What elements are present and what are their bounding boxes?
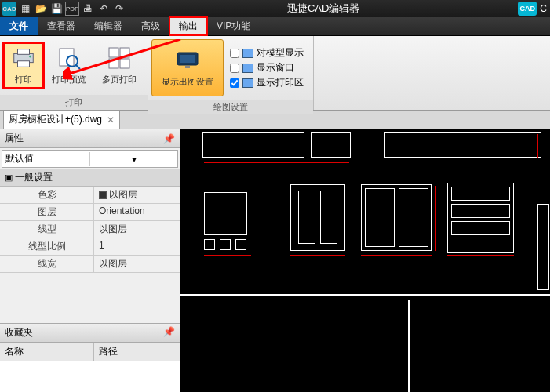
print-button[interactable]: 打印 bbox=[3, 42, 44, 89]
title-bar: CAD ▦ 📂 💾 PDF 🖶 ↶ ↷ 迅捷CAD编辑器 CAD C bbox=[0, 0, 550, 17]
check-area[interactable]: 显示打印区 bbox=[230, 76, 304, 89]
property-row[interactable]: 线宽以图层 bbox=[0, 256, 180, 273]
brand-suffix: C bbox=[540, 3, 547, 14]
new-icon[interactable]: ▦ bbox=[18, 2, 32, 16]
fav-col-name[interactable]: 名称 bbox=[0, 343, 94, 361]
default-selector[interactable]: 默认值 ▾ bbox=[2, 150, 178, 168]
favorites-header: 收藏夹 📌 bbox=[0, 323, 180, 343]
document-tab[interactable]: 厨房橱柜设计+(5).dwg ✕ bbox=[3, 110, 120, 129]
property-key: 线宽 bbox=[0, 256, 94, 272]
svg-point-3 bbox=[29, 56, 31, 58]
menu-output[interactable]: 输出 bbox=[169, 17, 207, 35]
display-settings-button[interactable]: 显示出图设置 bbox=[151, 39, 224, 96]
prop-section-general[interactable]: ▣ 一般设置 bbox=[0, 169, 180, 187]
print-preview-label: 打印预览 bbox=[52, 74, 86, 85]
area-mini-icon bbox=[242, 78, 253, 88]
property-key: 线型 bbox=[0, 221, 94, 238]
ribbon: 打印 打印预览 多页打印 打印 显示出图设置 bbox=[0, 36, 550, 111]
check-model[interactable]: 对模型显示 bbox=[230, 46, 304, 60]
left-panel: 属性 📌 默认值 ▾ ▣ 一般设置 色彩以图层图层Orientation线型以图… bbox=[0, 129, 180, 392]
favorites-list bbox=[0, 361, 180, 393]
app-icon: CAD bbox=[2, 2, 16, 16]
pdf-icon[interactable]: PDF bbox=[65, 2, 79, 16]
workspace: 属性 📌 默认值 ▾ ▣ 一般设置 色彩以图层图层Orientation线型以图… bbox=[0, 129, 550, 392]
svg-rect-1 bbox=[17, 49, 29, 55]
app-title: 迅捷CAD编辑器 bbox=[129, 2, 518, 16]
print-label: 打印 bbox=[15, 74, 32, 85]
svg-rect-7 bbox=[109, 48, 118, 57]
model-mini-icon bbox=[242, 49, 253, 58]
window-mini-icon bbox=[242, 64, 253, 73]
menu-advanced[interactable]: 高级 bbox=[132, 17, 169, 35]
property-row[interactable]: 线型比例1 bbox=[0, 238, 180, 256]
property-value[interactable]: 1 bbox=[94, 238, 180, 255]
print-preview-button[interactable]: 打印预览 bbox=[44, 42, 94, 89]
close-tab-icon[interactable]: ✕ bbox=[107, 114, 115, 125]
property-value[interactable]: 以图层 bbox=[94, 256, 180, 272]
check-window[interactable]: 显示窗口 bbox=[230, 61, 304, 74]
property-value[interactable]: 以图层 bbox=[94, 221, 180, 238]
svg-rect-10 bbox=[120, 59, 129, 68]
ribbon-group-print: 打印 打印预览 多页打印 打印 bbox=[0, 36, 148, 110]
svg-rect-12 bbox=[180, 55, 195, 63]
menu-file[interactable]: 文件 bbox=[0, 17, 38, 35]
display-settings-label: 显示出图设置 bbox=[162, 76, 213, 88]
property-grid: ▣ 一般设置 色彩以图层图层Orientation线型以图层线型比例1线宽以图层 bbox=[0, 169, 180, 273]
property-key: 线型比例 bbox=[0, 238, 94, 255]
magnifier-icon bbox=[56, 45, 82, 71]
ribbon-group-draw: 显示出图设置 对模型显示 显示窗口 显示打印区 绘图设置 bbox=[148, 36, 314, 110]
multi-print-label: 多页打印 bbox=[102, 74, 137, 85]
multipage-icon bbox=[107, 45, 132, 71]
property-row[interactable]: 色彩以图层 bbox=[0, 187, 180, 204]
pin-icon[interactable]: 📌 bbox=[163, 326, 175, 339]
svg-rect-9 bbox=[109, 59, 118, 68]
cad-badge-icon: CAD bbox=[518, 2, 537, 16]
redo-icon[interactable]: ↷ bbox=[112, 2, 126, 16]
save-icon[interactable]: 💾 bbox=[49, 2, 64, 16]
property-row[interactable]: 图层Orientation bbox=[0, 204, 180, 221]
cad-drawing bbox=[180, 129, 550, 392]
svg-line-6 bbox=[76, 65, 80, 69]
monitor-icon bbox=[175, 48, 200, 73]
ribbon-group-print-title: 打印 bbox=[0, 95, 148, 110]
document-tab-label: 厨房橱柜设计+(5).dwg bbox=[9, 113, 102, 126]
property-key: 图层 bbox=[0, 204, 94, 220]
pin-icon[interactable]: 📌 bbox=[163, 133, 175, 144]
open-icon[interactable]: 📂 bbox=[34, 2, 48, 16]
multi-print-button[interactable]: 多页打印 bbox=[94, 42, 144, 89]
property-row[interactable]: 线型以图层 bbox=[0, 221, 180, 238]
print-icon[interactable]: 🖶 bbox=[81, 2, 95, 16]
menu-viewer[interactable]: 查看器 bbox=[38, 17, 85, 35]
favorites-columns: 名称 路径 bbox=[0, 343, 180, 361]
properties-header: 属性 📌 bbox=[0, 129, 180, 148]
chevron-down-icon[interactable]: ▾ bbox=[89, 152, 177, 166]
svg-rect-2 bbox=[17, 61, 29, 67]
menu-editor[interactable]: 编辑器 bbox=[85, 17, 132, 35]
drawing-canvas[interactable] bbox=[180, 129, 550, 392]
property-value[interactable]: 以图层 bbox=[94, 187, 180, 203]
property-key: 色彩 bbox=[0, 187, 94, 203]
menu-vip[interactable]: VIP功能 bbox=[207, 17, 260, 35]
fav-col-path[interactable]: 路径 bbox=[94, 343, 122, 361]
property-value[interactable]: Orientation bbox=[94, 204, 180, 220]
ribbon-group-draw-title: 绘图设置 bbox=[148, 100, 313, 114]
svg-rect-13 bbox=[185, 66, 190, 68]
undo-icon[interactable]: ↶ bbox=[97, 2, 111, 16]
menu-bar: 文件 查看器 编辑器 高级 输出 VIP功能 bbox=[0, 17, 550, 36]
svg-rect-8 bbox=[120, 48, 129, 57]
printer-icon bbox=[11, 45, 36, 71]
